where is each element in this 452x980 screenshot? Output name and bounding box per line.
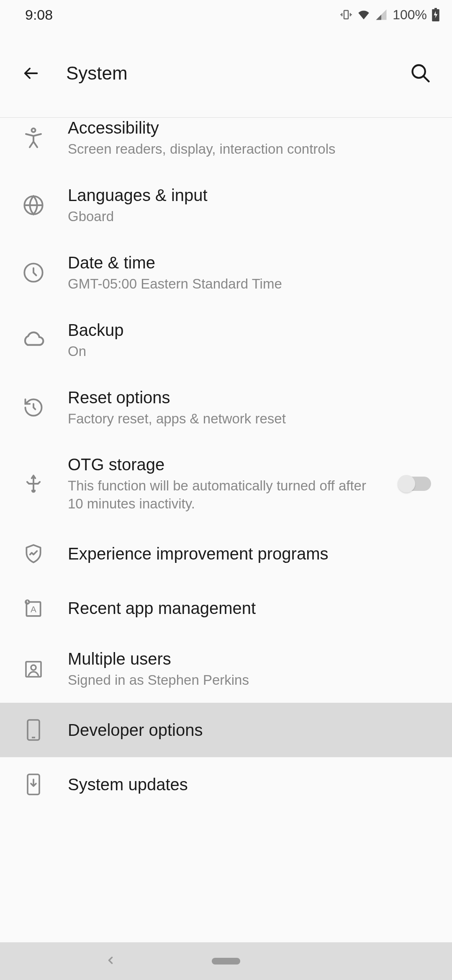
svg-rect-0 bbox=[344, 10, 348, 19]
item-subtitle: GMT-05:00 Eastern Standard Time bbox=[68, 275, 431, 293]
item-text: Recent app management bbox=[68, 598, 431, 618]
search-icon bbox=[410, 62, 431, 84]
status-bar: 9:08 100% bbox=[0, 0, 452, 29]
download-icon bbox=[21, 772, 46, 797]
recent-app-icon: A bbox=[21, 596, 46, 621]
settings-item-accessibility[interactable]: Accessibility Screen readers, display, i… bbox=[0, 118, 452, 172]
item-subtitle: Screen readers, display, interaction con… bbox=[68, 140, 431, 158]
arrow-back-icon bbox=[22, 64, 41, 83]
item-title: System updates bbox=[68, 774, 431, 794]
item-text: System updates bbox=[68, 774, 431, 794]
chevron-left-icon bbox=[105, 954, 116, 966]
settings-item-backup[interactable]: Backup On bbox=[0, 307, 452, 374]
status-right: 100% bbox=[340, 7, 439, 23]
item-subtitle: This function will be automatically turn… bbox=[68, 477, 385, 513]
back-button[interactable] bbox=[21, 63, 42, 84]
svg-point-11 bbox=[31, 665, 36, 670]
status-icons bbox=[340, 8, 388, 21]
item-subtitle: Gboard bbox=[68, 208, 431, 226]
item-title: Recent app management bbox=[68, 598, 431, 618]
signal-icon bbox=[375, 8, 388, 21]
nav-back-button[interactable] bbox=[105, 954, 116, 968]
vibrate-icon bbox=[340, 8, 352, 21]
phone-icon bbox=[21, 717, 46, 743]
settings-item-recent[interactable]: A Recent app management bbox=[0, 581, 452, 635]
battery-percent: 100% bbox=[393, 7, 427, 23]
shield-chart-icon bbox=[21, 541, 46, 566]
item-text: Backup On bbox=[68, 320, 431, 361]
item-title: Reset options bbox=[68, 387, 431, 407]
item-title: OTG storage bbox=[68, 454, 385, 475]
item-text: Accessibility Screen readers, display, i… bbox=[68, 118, 431, 158]
settings-item-datetime[interactable]: Date & time GMT-05:00 Eastern Standard T… bbox=[0, 239, 452, 307]
svg-text:A: A bbox=[31, 605, 36, 614]
item-title: Backup bbox=[68, 320, 431, 340]
search-button[interactable] bbox=[408, 61, 433, 86]
item-subtitle: On bbox=[68, 343, 431, 361]
page-title: System bbox=[66, 63, 128, 84]
item-title: Accessibility bbox=[68, 118, 431, 138]
usb-icon bbox=[21, 471, 46, 496]
item-text: Reset options Factory reset, apps & netw… bbox=[68, 387, 431, 428]
cloud-icon bbox=[21, 328, 46, 353]
reset-icon bbox=[21, 395, 46, 420]
item-title: Experience improvement programs bbox=[68, 544, 431, 564]
clock-icon bbox=[21, 260, 46, 285]
item-text: OTG storage This function will be automa… bbox=[68, 454, 385, 513]
nav-home-pill[interactable] bbox=[212, 958, 240, 965]
svg-rect-10 bbox=[26, 662, 41, 677]
settings-item-developer[interactable]: Developer options bbox=[0, 703, 452, 757]
accessibility-icon bbox=[21, 125, 46, 150]
item-title: Date & time bbox=[68, 253, 431, 273]
settings-item-otg[interactable]: OTG storage This function will be automa… bbox=[0, 441, 452, 526]
settings-item-updates[interactable]: System updates bbox=[0, 757, 452, 812]
wifi-icon bbox=[357, 8, 371, 21]
item-text: Date & time GMT-05:00 Eastern Standard T… bbox=[68, 253, 431, 293]
item-title: Multiple users bbox=[68, 649, 431, 669]
item-text: Developer options bbox=[68, 720, 431, 740]
item-title: Languages & input bbox=[68, 185, 431, 205]
settings-list: Accessibility Screen readers, display, i… bbox=[0, 118, 452, 812]
otg-toggle[interactable] bbox=[398, 475, 431, 493]
item-text: Languages & input Gboard bbox=[68, 185, 431, 226]
settings-item-users[interactable]: Multiple users Signed in as Stephen Perk… bbox=[0, 635, 452, 703]
status-time: 9:08 bbox=[25, 7, 53, 23]
user-icon bbox=[21, 657, 46, 682]
item-title: Developer options bbox=[68, 720, 431, 740]
svg-point-4 bbox=[32, 129, 36, 132]
item-subtitle: Signed in as Stephen Perkins bbox=[68, 671, 431, 689]
navigation-bar bbox=[0, 942, 452, 980]
item-text: Experience improvement programs bbox=[68, 544, 431, 564]
item-text: Multiple users Signed in as Stephen Perk… bbox=[68, 649, 431, 689]
app-header: System bbox=[0, 29, 452, 117]
svg-rect-2 bbox=[434, 8, 437, 9]
settings-item-reset[interactable]: Reset options Factory reset, apps & netw… bbox=[0, 374, 452, 441]
settings-item-languages[interactable]: Languages & input Gboard bbox=[0, 172, 452, 239]
globe-icon bbox=[21, 193, 46, 218]
item-subtitle: Factory reset, apps & network reset bbox=[68, 410, 431, 428]
battery-icon bbox=[432, 8, 439, 21]
settings-item-experience[interactable]: Experience improvement programs bbox=[0, 526, 452, 581]
